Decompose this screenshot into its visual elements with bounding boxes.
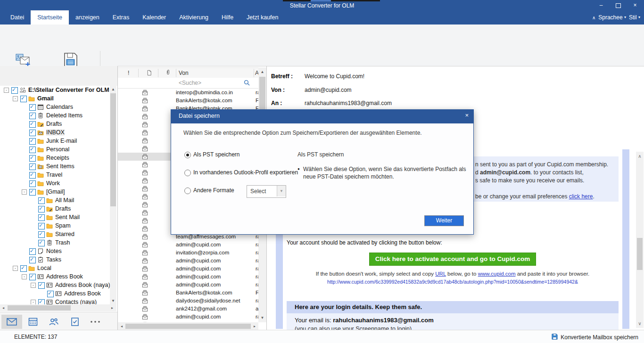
tree-checkbox[interactable]: ✓: [29, 257, 36, 263]
scroll-up-icon[interactable]: ▲: [110, 87, 116, 91]
tab-anzeigen[interactable]: anzeigen: [69, 10, 106, 24]
tree-item-e-stellar-converter-for-olm-v[interactable]: -✓E:\Stellar Converter For OLM V: [0, 86, 110, 94]
scroll-up-icon[interactable]: ∧: [636, 154, 644, 159]
an-column-header[interactable]: An: [255, 70, 258, 76]
link[interactable]: click here: [569, 193, 593, 200]
mail-row[interactable]: BankAlerts@kotak.comF: [118, 97, 258, 105]
search-icon[interactable]: [243, 79, 250, 88]
tree-item-work[interactable]: ✓Work: [0, 179, 110, 188]
radio-icon[interactable]: [184, 152, 191, 158]
tree-checkbox[interactable]: ✓: [38, 214, 45, 221]
tree-item-starred[interactable]: ✓Starred: [0, 230, 110, 238]
tree-item-trash[interactable]: ✓Trash: [0, 238, 110, 247]
scroll-down-icon[interactable]: ▼: [110, 299, 116, 303]
tree-vscrollbar[interactable]: ▲ ▼: [110, 86, 116, 304]
tree-item-gmail[interactable]: -✓Gmail: [0, 94, 110, 103]
tree-item-sent-items[interactable]: ✓Sent Items: [0, 162, 110, 171]
tree-checkbox[interactable]: ✓: [29, 147, 36, 153]
tree-expander-icon[interactable]: -: [31, 283, 36, 288]
tree-item-deleted-items[interactable]: ✓Deleted Items: [0, 111, 110, 120]
tree-hscroll-thumb[interactable]: [8, 305, 71, 310]
scroll-left-icon[interactable]: ◂: [1, 306, 6, 310]
tree-item--gmail-[interactable]: -✓[Gmail]: [0, 188, 110, 196]
tree-vscroll-thumb[interactable]: [110, 93, 116, 206]
mail-row[interactable]: admin@cupid.comra: [118, 241, 258, 249]
tree-checkbox[interactable]: ✓: [29, 113, 36, 119]
tree-checkbox[interactable]: ✓: [38, 206, 45, 212]
document-icon[interactable]: [146, 70, 152, 77]
scroll-left-icon[interactable]: ◂: [119, 324, 124, 328]
tree-item-all-mail[interactable]: ✓All Mail: [0, 196, 110, 204]
tree-expander-icon[interactable]: -: [22, 274, 27, 279]
style-menu[interactable]: Stil ▾: [629, 14, 640, 21]
radio-icon[interactable]: [184, 170, 191, 176]
paperclip-icon[interactable]: [165, 69, 171, 77]
preview-vscrollbar[interactable]: ∧ ∨: [636, 152, 644, 328]
mail-row[interactable]: ank2412@gmail.coma: [118, 305, 258, 313]
mail-list-header[interactable]: ! Von An: [118, 67, 258, 79]
mail-row[interactable]: dailydose@sidailydose.netra: [118, 297, 258, 305]
tree-checkbox[interactable]: ✓: [20, 265, 27, 272]
mail-row[interactable]: admin@cupid.comra: [118, 281, 258, 289]
close-button[interactable]: ×: [628, 0, 642, 10]
priority-column-header[interactable]: !: [128, 70, 129, 76]
tree-hscrollbar[interactable]: ◂ ▸: [0, 304, 116, 311]
mail-row[interactable]: admin@cupid.comra: [118, 265, 258, 273]
mail-row[interactable]: BankAlerts@kotak.comF: [118, 289, 258, 297]
link[interactable]: www.cupid.com: [478, 271, 516, 277]
tree-checkbox[interactable]: ✓: [47, 291, 54, 297]
footer-calendar-icon[interactable]: [23, 315, 43, 329]
tree-item-local[interactable]: -✓Local: [0, 264, 110, 272]
tree-checkbox[interactable]: ✓: [38, 299, 45, 304]
minimize-button[interactable]: –: [594, 0, 608, 10]
next-button[interactable]: Weiter: [424, 215, 464, 226]
tree-expander-icon[interactable]: -: [4, 88, 9, 93]
tree-checkbox[interactable]: ✓: [38, 282, 45, 289]
tree-checkbox[interactable]: ✓: [38, 223, 45, 229]
list-hscrollbar[interactable]: ◂ ▸: [118, 322, 258, 330]
tree-item-sent-mail[interactable]: ✓Sent Mail: [0, 213, 110, 221]
tree-item-spam[interactable]: ✓Spam: [0, 221, 110, 230]
tree-checkbox[interactable]: ✓: [29, 138, 36, 145]
tree-checkbox[interactable]: ✓: [29, 121, 36, 128]
mail-row[interactable]: admin@cupid.comra: [118, 257, 258, 265]
tree-checkbox[interactable]: ✓: [38, 240, 45, 246]
scroll-down-icon[interactable]: ∨: [636, 321, 644, 326]
footer-mail-icon[interactable]: [1, 315, 22, 329]
tree-checkbox[interactable]: ✓: [11, 87, 18, 94]
tree-checkbox[interactable]: ✓: [29, 172, 36, 179]
tree-expander-icon[interactable]: -: [22, 189, 27, 195]
radio-icon[interactable]: [184, 188, 191, 194]
tree-item-junk-e-mail[interactable]: ✓Junk E-mail: [0, 137, 110, 145]
mail-row[interactable]: admin@cupid.comra: [118, 313, 258, 321]
language-menu[interactable]: Sprachee ▾: [598, 14, 626, 21]
activation-url[interactable]: http://www.cupid.com/6c339992ed415832a9c…: [283, 279, 622, 285]
restore-button[interactable]: [611, 0, 625, 10]
list-hscroll-thumb[interactable]: [125, 324, 251, 329]
activate-account-button[interactable]: Click here to activate account and go to…: [369, 253, 536, 266]
tree-checkbox[interactable]: ✓: [29, 274, 36, 280]
footer-more-icon[interactable]: [85, 315, 106, 329]
tree-checkbox[interactable]: ✓: [29, 248, 36, 255]
tree-checkbox[interactable]: ✓: [29, 130, 36, 136]
tab-aktivierung[interactable]: Aktivierung: [173, 10, 215, 24]
status-save-action[interactable]: Konvertierte Mailbox speichern: [551, 333, 638, 342]
tree-expander-icon[interactable]: -: [13, 266, 18, 271]
ribbon-collapse-icon[interactable]: ∧: [592, 15, 595, 20]
scroll-up-icon[interactable]: ▲: [258, 70, 266, 74]
tree-checkbox[interactable]: ✓: [20, 96, 27, 102]
tree-item-calendars[interactable]: ✓Calendars: [0, 103, 110, 111]
footer-tasks-icon[interactable]: [65, 315, 85, 329]
tree-checkbox[interactable]: ✓: [38, 197, 45, 204]
tree-item-address-book[interactable]: -✓Address Book: [0, 272, 110, 281]
tree-item-address-book[interactable]: ✓Address Book: [0, 289, 110, 298]
tree-item-inbox[interactable]: ✓INBOX: [0, 128, 110, 137]
tree-item-receipts[interactable]: ✓Receipts: [0, 154, 110, 162]
tree-item-personal[interactable]: ✓Personal: [0, 145, 110, 154]
mail-row[interactable]: interop@ubmindia.co.inra: [118, 89, 258, 97]
link[interactable]: URL: [435, 271, 446, 277]
tree-checkbox[interactable]: ✓: [29, 180, 36, 187]
preview-vscroll-thumb[interactable]: [637, 238, 643, 270]
footer-people-icon[interactable]: [43, 315, 64, 329]
tree-checkbox[interactable]: ✓: [38, 231, 45, 238]
